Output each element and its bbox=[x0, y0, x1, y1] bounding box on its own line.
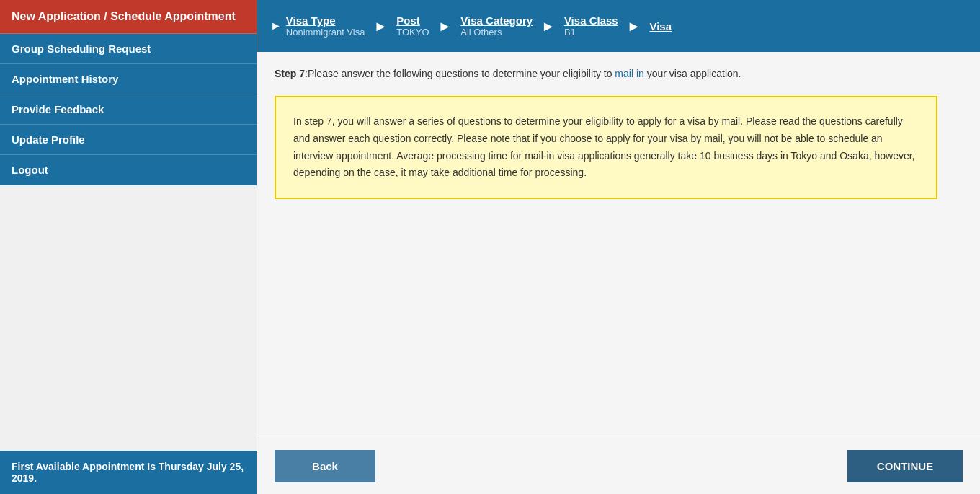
breadcrumb-visa-type[interactable]: ► Visa Type Nonimmigrant Visa bbox=[263, 0, 372, 52]
sidebar-item-logout[interactable]: Logout bbox=[0, 155, 257, 185]
breadcrumb-visa-category[interactable]: Visa Category All Others bbox=[453, 0, 540, 52]
sidebar-item-group-scheduling[interactable]: Group Scheduling Request bbox=[0, 34, 257, 64]
breadcrumb-arrow-1: ► bbox=[270, 19, 282, 32]
back-button[interactable]: Back bbox=[275, 450, 375, 482]
sidebar-label-group-scheduling: Group Scheduling Request bbox=[12, 43, 151, 55]
breadcrumb-bar: ► Visa Type Nonimmigrant Visa ► Post TOK… bbox=[257, 0, 980, 52]
step-instruction: Step 7:Please answer the following quest… bbox=[275, 66, 963, 81]
breadcrumb-value-visa-class: B1 bbox=[564, 27, 618, 38]
main-panel: ► Visa Type Nonimmigrant Visa ► Post TOK… bbox=[257, 0, 980, 494]
breadcrumb-sep-3: ► bbox=[541, 0, 556, 52]
sidebar-item-new-application[interactable]: New Application / Schedule Appointment bbox=[0, 0, 257, 34]
breadcrumb-label-visa: Visa bbox=[649, 20, 672, 32]
sidebar-label-provide-feedback: Provide Feedback bbox=[12, 103, 104, 115]
footer: Back CONTINUE bbox=[257, 438, 980, 494]
sidebar-label-update-profile: Update Profile bbox=[12, 133, 85, 146]
breadcrumb-label-visa-category: Visa Category bbox=[460, 14, 533, 27]
breadcrumb-label-post: Post bbox=[396, 14, 429, 27]
breadcrumb-value-visa-category: All Others bbox=[460, 27, 533, 38]
sidebar-item-provide-feedback[interactable]: Provide Feedback bbox=[0, 94, 257, 125]
breadcrumb-visa-class[interactable]: Visa Class B1 bbox=[557, 0, 625, 52]
sidebar-appointment-notice: First Available Appointment Is Thursday … bbox=[0, 451, 257, 494]
sidebar-label-logout: Logout bbox=[12, 164, 48, 176]
step-highlight: mail in bbox=[615, 68, 643, 79]
breadcrumb-label-visa-class: Visa Class bbox=[564, 14, 618, 27]
breadcrumb-value-post: TOKYO bbox=[396, 27, 429, 38]
breadcrumb-label-visa-type: Visa Type bbox=[286, 14, 365, 27]
appointment-notice-text: First Available Appointment Is Thursday … bbox=[12, 461, 244, 484]
sidebar-item-appointment-history[interactable]: Appointment History bbox=[0, 64, 257, 94]
breadcrumb-sep-2: ► bbox=[438, 0, 453, 52]
info-box: In step 7, you will answer a series of q… bbox=[275, 96, 937, 199]
content-area: Step 7:Please answer the following quest… bbox=[257, 52, 980, 260]
breadcrumb-visa[interactable]: Visa bbox=[642, 0, 679, 52]
breadcrumb-value-visa-type: Nonimmigrant Visa bbox=[286, 27, 365, 38]
breadcrumb-post[interactable]: Post TOKYO bbox=[389, 0, 436, 52]
sidebar-label-new-application: New Application / Schedule Appointment bbox=[12, 10, 236, 22]
sidebar-item-update-profile[interactable]: Update Profile bbox=[0, 125, 257, 155]
continue-button[interactable]: CONTINUE bbox=[847, 450, 963, 482]
step-text-body: :Please answer the following questions t… bbox=[305, 68, 741, 79]
breadcrumb-sep-4: ► bbox=[627, 0, 641, 52]
info-box-text: In step 7, you will answer a series of q… bbox=[293, 115, 915, 178]
sidebar-label-appointment-history: Appointment History bbox=[12, 73, 118, 85]
sidebar: New Application / Schedule Appointment G… bbox=[0, 0, 257, 494]
breadcrumb-sep-1: ► bbox=[373, 0, 388, 52]
step-label: Step 7 bbox=[275, 68, 305, 79]
